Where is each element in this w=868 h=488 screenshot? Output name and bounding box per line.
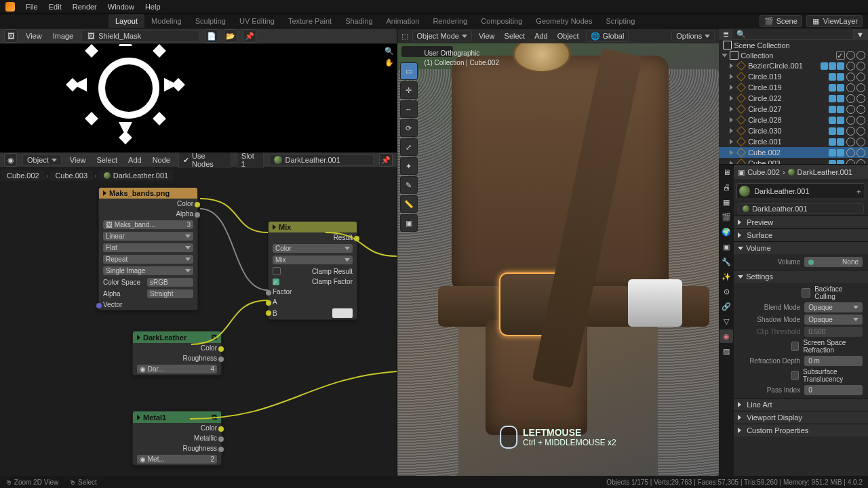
render-icon[interactable]	[856, 51, 865, 60]
scene-collection-row[interactable]: Scene Collection	[719, 40, 868, 50]
render-icon[interactable]	[856, 148, 865, 157]
clamp-factor-check[interactable]: ✓	[273, 279, 279, 285]
vp-menu-object[interactable]: Object	[555, 32, 582, 40]
proptab-viewlayer[interactable]: ▦	[719, 195, 733, 209]
tab-uvediting[interactable]: UV Editing	[233, 14, 281, 28]
outliner-row[interactable]: Circle.019	[719, 71, 868, 82]
clamp-result-check[interactable]	[273, 267, 281, 275]
proptab-constraint[interactable]: 🔗	[719, 300, 733, 313]
proptab-data[interactable]: ▽	[719, 314, 733, 328]
orient-selector[interactable]: 🌐 Global	[586, 30, 629, 42]
eye-icon[interactable]	[846, 94, 855, 103]
proptab-physics[interactable]: ⊙	[719, 285, 733, 298]
render-icon[interactable]	[856, 159, 865, 165]
node-editor-view[interactable]: Cube.002 › Cube.003 › DarkLeather.001 Ma…	[0, 168, 397, 476]
group-edit-icon[interactable]: ⧉	[212, 413, 217, 422]
outliner-row[interactable]: Cube.003	[719, 158, 868, 165]
editor-type-3d[interactable]: ⬚	[401, 32, 408, 41]
panel-title[interactable]: Volume	[746, 244, 771, 252]
render-icon[interactable]	[856, 94, 865, 103]
eye-icon[interactable]	[846, 159, 855, 165]
tab-shading[interactable]: Shading	[338, 14, 379, 28]
editor-type-image[interactable]: 🖼	[4, 29, 18, 43]
image-view[interactable]: 🔍 ✋	[0, 44, 397, 152]
tab-sculpting[interactable]: Sculpting	[189, 14, 233, 28]
source-dropdown[interactable]: Single Image	[103, 266, 193, 275]
render-icon[interactable]	[856, 127, 865, 136]
outliner-row[interactable]: Circle.019	[719, 82, 868, 93]
panel-title[interactable]: Line Art	[747, 401, 772, 409]
collection-row[interactable]: Collection ✓	[719, 50, 868, 60]
image-browse[interactable]: 🖼 Maks_band...3	[103, 220, 193, 229]
proptab-world[interactable]: 🌍	[719, 225, 733, 239]
proptab-object[interactable]: ▣	[719, 240, 733, 253]
panel-title[interactable]: Viewport Display	[747, 413, 802, 422]
tool-annotate[interactable]: ✎	[400, 176, 418, 194]
panel-title[interactable]: Custom Properties	[747, 426, 808, 434]
zoom-icon[interactable]: 🔍	[384, 47, 394, 56]
colorspace-dropdown[interactable]: sRGB	[147, 278, 193, 287]
vp-menu-select[interactable]: Select	[502, 32, 528, 40]
eye-icon[interactable]	[846, 83, 855, 92]
viewlayer-selector[interactable]: ▦ViewLayer	[806, 15, 863, 27]
breadcrumb-mat[interactable]: DarkLeather.001	[98, 170, 174, 181]
tool-addcube[interactable]: ▣	[400, 214, 418, 232]
use-nodes-toggle[interactable]: ✔ Use Nodes	[178, 150, 231, 169]
outliner-row[interactable]: Circle.030	[719, 125, 868, 136]
scene-selector[interactable]: 🎬Scene	[760, 15, 802, 27]
proptab-texture[interactable]: ▨	[719, 344, 733, 358]
image-new-icon[interactable]: 📄	[205, 29, 218, 43]
pin-material-icon[interactable]: 📌	[379, 153, 392, 167]
material-slot[interactable]: DarkLeather.001 ＋	[736, 183, 865, 199]
outliner-filter[interactable]: ▼	[856, 30, 864, 39]
menu-render[interactable]: Render	[67, 3, 102, 11]
blend-value[interactable]: Opaque	[804, 302, 863, 312]
render-icon[interactable]	[856, 73, 865, 81]
blend-mode-dropdown[interactable]: Mix	[273, 256, 353, 264]
proptab-output[interactable]: 🖨	[719, 180, 733, 194]
color-b-swatch[interactable]	[332, 308, 353, 318]
menu-window[interactable]: Window	[102, 3, 140, 11]
render-icon[interactable]	[856, 105, 865, 114]
viewport-3d[interactable]: ⬚ Object Mode View Select Add Object 🌐 G…	[397, 28, 719, 476]
data-type-dropdown[interactable]: Color	[273, 244, 353, 253]
tab-texturepaint[interactable]: Texture Paint	[281, 14, 338, 28]
pan-icon[interactable]: ✋	[384, 58, 394, 67]
eye-icon[interactable]	[846, 62, 855, 70]
proptab-material[interactable]: ◉	[719, 329, 733, 343]
tab-rendering[interactable]: Rendering	[426, 14, 474, 28]
shadow-value[interactable]: Opaque	[804, 314, 863, 325]
checkbox-icon[interactable]: ✓	[836, 51, 845, 60]
panel-title[interactable]: Settings	[746, 272, 773, 281]
eye-icon[interactable]	[846, 148, 855, 157]
render-icon[interactable]	[856, 83, 865, 92]
ssr-check[interactable]	[791, 342, 799, 351]
proptab-render[interactable]: 🖥	[719, 165, 733, 179]
slot-selector[interactable]: Slot 1	[237, 150, 264, 169]
backface-check[interactable]	[802, 288, 810, 298]
outliner-row[interactable]: BezierCircle.001	[719, 60, 868, 71]
group-edit-icon[interactable]: ⧉	[212, 333, 217, 342]
ext-dropdown[interactable]: Repeat	[103, 255, 193, 264]
image-menu-view[interactable]: View	[23, 32, 45, 40]
tool-measure[interactable]: 📏	[400, 195, 418, 213]
proj-dropdown[interactable]: Flat	[103, 243, 193, 252]
sss-check[interactable]	[791, 371, 799, 380]
image-menu-image[interactable]: Image	[50, 32, 77, 40]
proptab-modifier[interactable]: 🔧	[719, 255, 733, 268]
image-selector[interactable]: 🖼 Shield_Mask	[81, 30, 199, 42]
group-selector[interactable]: ◉ Met...2	[137, 455, 217, 464]
material-selector[interactable]: DarkLeather.001	[269, 155, 374, 165]
eye-icon[interactable]	[846, 51, 855, 60]
tool-cursor[interactable]: ✛	[400, 81, 418, 99]
tool-select[interactable]: ▭	[400, 62, 418, 80]
outliner-row[interactable]: Circle.022	[719, 93, 868, 104]
vp-menu-view[interactable]: View	[476, 32, 498, 40]
outliner-search[interactable]: 🔍	[732, 28, 854, 40]
tab-compositing[interactable]: Compositing	[474, 14, 529, 28]
node-group-darkleather[interactable]: DarkLeather⧉ Color Roughness ◉ Dar...4	[132, 331, 222, 375]
interp-dropdown[interactable]: Linear	[103, 232, 193, 241]
outliner-row[interactable]: Circle.027	[719, 104, 868, 115]
crumb-obj[interactable]: Cube.002	[747, 168, 780, 176]
tab-modeling[interactable]: Modeling	[144, 14, 189, 28]
